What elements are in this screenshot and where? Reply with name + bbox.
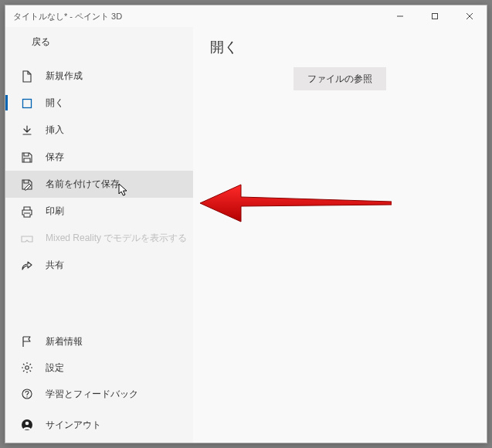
menu-label: Mixed Reality でモデルを表示する (46, 232, 187, 245)
svg-point-8 (25, 422, 29, 426)
menu-news[interactable]: 新着情報 (5, 328, 193, 355)
maximize-button[interactable] (417, 5, 452, 27)
sidebar-bottom: 新着情報 設定 学習とフィードバック (5, 328, 193, 443)
flag-icon (21, 335, 33, 348)
mouse-cursor-icon (118, 183, 129, 197)
menu-print[interactable]: 印刷 (5, 198, 193, 225)
window-title: タイトルなし* - ペイント 3D (13, 11, 122, 22)
menu-open[interactable]: 開く (5, 90, 193, 117)
maximize-icon (431, 12, 439, 20)
help-icon (21, 388, 33, 400)
main-panel: 開く ファイルの参照 (193, 27, 487, 443)
menu-settings[interactable]: 設定 (5, 355, 193, 381)
document-icon (21, 70, 33, 83)
share-icon (21, 260, 33, 272)
insert-icon (21, 124, 33, 137)
caption-buttons (382, 5, 487, 27)
close-button[interactable] (452, 5, 487, 27)
app-window: タイトルなし* - ペイント 3D 戻る (5, 5, 487, 443)
body: 戻る 新規作成 開く (5, 27, 487, 443)
vr-headset-icon (21, 232, 33, 245)
menu-label: 挿入 (46, 124, 64, 137)
back-button[interactable]: 戻る (5, 27, 193, 56)
titlebar: タイトルなし* - ペイント 3D (5, 5, 487, 27)
menu-mixed-reality: Mixed Reality でモデルを表示する (5, 225, 193, 252)
svg-point-5 (25, 366, 29, 369)
menu-learn[interactable]: 学習とフィードバック (5, 381, 193, 407)
menu-label: 新着情報 (46, 335, 83, 348)
menu-label: サインアウト (46, 419, 101, 432)
menu-label: 開く (46, 97, 64, 110)
menu-label: 名前を付けて保存 (46, 178, 120, 191)
person-icon (21, 419, 33, 431)
minimize-button[interactable] (382, 5, 417, 27)
menu-share[interactable]: 共有 (5, 252, 193, 279)
svg-rect-4 (23, 99, 32, 107)
browse-files-button[interactable]: ファイルの参照 (294, 67, 386, 90)
save-as-icon (21, 178, 33, 191)
menu-save[interactable]: 保存 (5, 144, 193, 171)
menu-label: 新規作成 (46, 70, 83, 83)
save-icon (21, 151, 33, 164)
menu-label: 共有 (46, 259, 64, 272)
menu-insert[interactable]: 挿入 (5, 117, 193, 144)
menu-save-as[interactable]: 名前を付けて保存 (5, 171, 193, 198)
sidebar: 戻る 新規作成 開く (5, 27, 193, 443)
open-icon (21, 97, 33, 110)
menu-new[interactable]: 新規作成 (5, 63, 193, 90)
menu-label: 設定 (46, 361, 64, 375)
menu-signout[interactable]: サインアウト (5, 412, 193, 438)
sidebar-spacer (5, 279, 193, 328)
menu-label: 印刷 (46, 205, 64, 218)
back-label: 戻る (32, 36, 50, 49)
svg-rect-1 (432, 14, 437, 19)
main-title: 開く (193, 38, 487, 56)
close-icon (466, 12, 473, 20)
menu-label: 学習とフィードバック (46, 388, 138, 401)
print-icon (21, 205, 33, 218)
menu-label: 保存 (46, 151, 64, 164)
gear-icon (21, 361, 33, 374)
menu-list: 新規作成 開く 挿入 (5, 56, 193, 279)
minimize-icon (396, 12, 404, 20)
